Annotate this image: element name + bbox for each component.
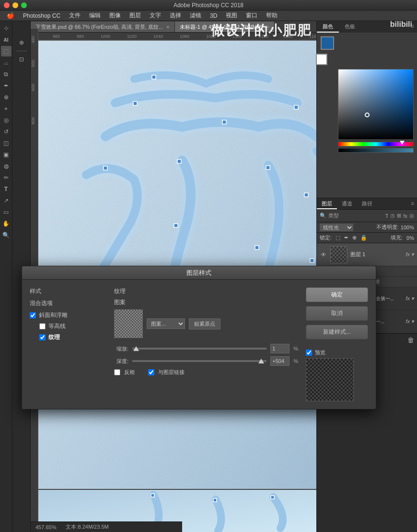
svg-text:1100: 1100 (232, 34, 242, 39)
pattern-preview[interactable] (114, 309, 143, 338)
tool-brush[interactable]: ⌖ (1, 103, 12, 114)
svg-rect-22 (177, 159, 181, 163)
menu-help[interactable]: 帮助 (262, 11, 281, 21)
pattern-dropdown[interactable]: 图案... (147, 318, 185, 329)
tab-snow-effect[interactable]: 下雪效果.psd @ 66.7% (ForEnzo组, 高清, 背景, 底纹..… (31, 22, 175, 32)
svg-rect-27 (133, 102, 137, 105)
tool-eraser[interactable]: ◫ (1, 138, 12, 148)
tool-hand[interactable]: ✋ (1, 218, 12, 229)
svg-text:480: 480 (31, 36, 35, 43)
svg-text:960: 960 (53, 34, 60, 39)
tab-close-snow[interactable]: ✕ (166, 24, 170, 30)
snap-to-origin-button[interactable]: 贴紧原点 (189, 318, 220, 329)
reverse-row: 反相 与图层链接 (114, 369, 298, 376)
opacity-value: 100% (401, 225, 414, 230)
menu-image[interactable]: 图像 (105, 11, 125, 21)
tab-layers[interactable]: 图层 (317, 198, 337, 209)
dialog-options-panel: 样式 混合选项 斜面和浮雕 等高线 纹理 (30, 287, 106, 401)
tool-lasso[interactable]: ⌓ (1, 57, 12, 68)
menu-photoshop[interactable]: Photoshop CC (19, 11, 64, 20)
blend-mode-select[interactable]: 线性光 正常 溶解 正片叠底 (320, 224, 353, 231)
tool-crop[interactable]: ⧉ (1, 69, 12, 79)
tab-swatches[interactable]: 色板 (339, 21, 361, 33)
scale-slider-track[interactable] (132, 348, 266, 350)
menu-edit[interactable]: 编辑 (85, 11, 104, 21)
blend-mode-row: 线性光 正常 溶解 正片叠底 不透明度: 100% (317, 222, 417, 233)
lock-icon-4[interactable]: 🔒 (360, 235, 367, 241)
menu-filter[interactable]: 滤镜 (186, 11, 205, 21)
fill-label: 填充: (391, 234, 403, 241)
tab-paths[interactable]: 路径 (357, 198, 377, 209)
menu-layer[interactable]: 图层 (126, 11, 145, 21)
filter-icon2: ◷ (390, 213, 395, 219)
delete-layer-icon[interactable]: 🗑 (407, 336, 414, 344)
menu-select[interactable]: 选择 (166, 11, 185, 21)
lock-icon-1[interactable]: ⬚ (336, 235, 340, 241)
search-icon: 🔍 (320, 213, 326, 219)
zoom-level: 457.65% (35, 524, 56, 530)
option-bevel[interactable]: 斜面和浮雕 (30, 311, 106, 319)
section-texture-title: 纹理 (114, 287, 298, 295)
tool-dodge[interactable]: ◍ (1, 161, 12, 171)
menu-window[interactable]: 窗口 (242, 11, 261, 21)
option-contour[interactable]: 等高线 (39, 322, 106, 330)
tool-history[interactable]: ↺ (1, 126, 12, 137)
close-button[interactable] (4, 2, 10, 8)
checkbox-link[interactable] (148, 369, 154, 375)
brightness-slider[interactable] (338, 148, 414, 153)
color-gradient-container (338, 69, 413, 153)
layer-visibility-1[interactable]: 👁 (320, 251, 327, 258)
menu-file[interactable]: 文件 (65, 11, 84, 21)
checkbox-contour[interactable] (39, 323, 46, 329)
tab-close-untitled[interactable]: ✕ (266, 24, 269, 30)
options-icon-2[interactable]: ⊡ (16, 54, 27, 65)
layer-item-1[interactable]: 👁 图层 1 fx ▾ (317, 243, 417, 266)
tool-shape[interactable]: ▭ (1, 207, 12, 217)
tool-stamp[interactable]: ◎ (1, 115, 12, 125)
minimize-button[interactable] (12, 2, 18, 8)
brightness-slider-row (338, 148, 413, 153)
menu-view[interactable]: 视图 (222, 11, 241, 21)
checkbox-reverse[interactable] (114, 369, 120, 375)
checkbox-bevel[interactable] (30, 312, 36, 318)
tool-ai[interactable]: AI (1, 34, 12, 45)
scale-slider-thumb (133, 346, 139, 351)
traffic-lights[interactable] (4, 2, 27, 8)
color-gradient-box[interactable] (338, 69, 414, 140)
option-texture[interactable]: 纹理 (39, 333, 106, 341)
panel-menu[interactable]: ≡ (408, 21, 417, 33)
depth-slider-track[interactable] (132, 360, 266, 362)
apple-menu[interactable]: 🍎 (3, 12, 18, 19)
checkbox-preview[interactable] (306, 350, 312, 356)
tool-path-select[interactable]: ↗ (1, 195, 12, 206)
svg-rect-33 (271, 496, 274, 499)
tabs-bar: 下雪效果.psd @ 66.7% (ForEnzo组, 高清, 背景, 底纹..… (31, 21, 316, 33)
background-color[interactable] (316, 54, 327, 65)
ok-button[interactable]: 确定 (306, 287, 368, 302)
lock-icon-3[interactable]: ⊕ (352, 235, 357, 241)
checkbox-texture[interactable] (39, 334, 46, 340)
maximize-button[interactable] (21, 2, 27, 8)
tool-zoom[interactable]: 🔍 (1, 230, 12, 240)
scale-input[interactable] (270, 344, 290, 353)
foreground-color[interactable] (321, 36, 334, 50)
hue-slider[interactable] (338, 142, 414, 147)
new-style-button[interactable]: 新建样式... (306, 325, 368, 340)
tab-untitled[interactable]: 未标题-1 @ 458% (图层 1, RGB/8*) ✕ (175, 22, 275, 32)
tool-text[interactable]: T (1, 184, 12, 194)
tool-eyedropper[interactable]: ✒ (1, 80, 12, 91)
menu-3d[interactable]: 3D (206, 11, 221, 20)
tool-gradient[interactable]: ▣ (1, 149, 12, 160)
tool-select[interactable]: ⬚ (1, 46, 12, 57)
tab-color[interactable]: 颜色 (317, 21, 339, 33)
tool-move[interactable]: ⊹ (1, 23, 12, 34)
tool-heal[interactable]: ⊕ (1, 92, 12, 102)
layers-panel-menu[interactable]: ≡ (408, 198, 417, 209)
cancel-button[interactable]: 取消 (306, 306, 368, 321)
options-icon-1[interactable]: ⊕ (16, 37, 27, 48)
depth-input[interactable] (270, 356, 290, 366)
tool-pen[interactable]: ✏ (1, 172, 12, 183)
tab-channels[interactable]: 通道 (337, 198, 357, 209)
menu-text[interactable]: 文字 (146, 11, 165, 21)
lock-icon-2[interactable]: ✒ (344, 235, 348, 241)
